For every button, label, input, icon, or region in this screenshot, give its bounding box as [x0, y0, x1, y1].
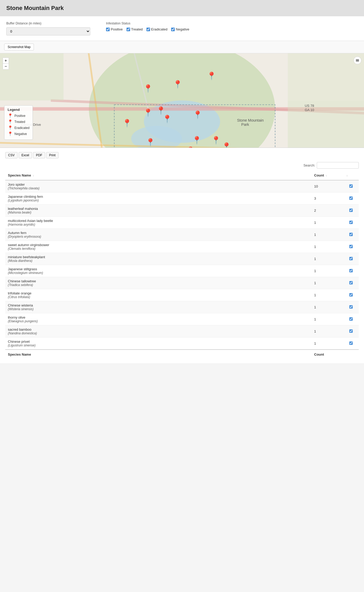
species-cell: multicolored Asian lady beetle(Harmonia …	[5, 217, 312, 229]
row-checkbox[interactable]	[349, 329, 353, 333]
legend-positive-label: Positive	[14, 114, 25, 118]
table-row: Chinese privet(Ligustrum sinense)1	[5, 337, 359, 350]
legend-eradicated-icon: 📍	[8, 125, 13, 130]
sort-icon-checkbox: ↕	[346, 174, 348, 177]
checkbox-treated-label: Treated	[131, 27, 143, 31]
checkbox-treated[interactable]: Treated	[126, 27, 143, 31]
print-button[interactable]: Print	[46, 152, 59, 158]
checkbox-eradicated[interactable]: Eradicated	[146, 27, 167, 31]
table-header-row: Species Name ↕ Count ↕ ↕	[5, 171, 359, 180]
search-label: Search:	[303, 163, 315, 167]
species-cell: sacred bamboo(Nandina domestica)	[5, 325, 312, 337]
svg-text:📍: 📍	[156, 106, 166, 115]
row-checkbox[interactable]	[349, 269, 353, 272]
column-species-name[interactable]: Species Name ↕	[5, 171, 312, 180]
sort-icon-species: ↕	[33, 174, 34, 177]
screenshot-btn-row: Screenshot Map	[0, 41, 364, 53]
count-cell: 1	[312, 313, 343, 325]
checkbox-positive[interactable]: Positive	[106, 27, 123, 31]
pdf-button[interactable]: PDF	[33, 152, 45, 158]
row-checkbox-cell	[343, 325, 359, 337]
svg-rect-36	[356, 60, 359, 61]
buffer-label: Buffer Distance (in miles)	[6, 22, 90, 25]
controls-row: Buffer Distance (in miles) 0 1 5 10 Infe…	[6, 22, 358, 35]
row-checkbox-cell	[343, 229, 359, 241]
zoom-out-button[interactable]: −	[3, 64, 9, 69]
svg-rect-12	[288, 101, 364, 148]
table-row: Japanese climbing fern(Lygodium japonicu…	[5, 193, 359, 205]
export-buttons-row: CSV Excel PDF Print	[5, 152, 359, 158]
column-count[interactable]: Count ↕	[312, 171, 343, 180]
count-cell: 1	[312, 277, 343, 289]
count-cell: 1	[312, 217, 343, 229]
row-checkbox[interactable]	[349, 184, 353, 188]
legend-title: Legend	[8, 108, 29, 112]
svg-text:📍: 📍	[186, 146, 196, 148]
table-row: Chinese wisteria(Wisteria sinensis)1	[5, 301, 359, 313]
page-header: Stone Mountain Park	[0, 0, 364, 16]
svg-text:📍: 📍	[192, 136, 202, 145]
checkbox-negative[interactable]: Negative	[171, 27, 189, 31]
count-cell: 1	[312, 325, 343, 337]
species-cell: Japanese stiltgrass(Microstegium vimineu…	[5, 265, 312, 277]
page-title: Stone Mountain Park	[6, 5, 358, 12]
svg-text:📍: 📍	[207, 71, 217, 81]
search-input[interactable]	[317, 162, 359, 169]
table-row: Japanese stiltgrass(Microstegium vimineu…	[5, 265, 359, 277]
checkbox-eradicated-input[interactable]	[146, 28, 150, 31]
species-cell: thorny olive(Elaeagnus pungens)	[5, 313, 312, 325]
count-cell: 1	[312, 253, 343, 265]
column-checkbox[interactable]: ↕	[343, 171, 359, 180]
row-checkbox-cell	[343, 205, 359, 217]
row-checkbox[interactable]	[349, 293, 353, 297]
checkbox-treated-input[interactable]	[126, 28, 130, 31]
row-checkbox[interactable]	[349, 257, 353, 260]
row-checkbox-cell	[343, 277, 359, 289]
row-checkbox[interactable]	[349, 245, 353, 248]
legend-treated: 📍 Treated	[8, 119, 29, 124]
checkbox-negative-input[interactable]	[171, 28, 175, 31]
row-checkbox-cell	[343, 265, 359, 277]
checkbox-positive-input[interactable]	[106, 28, 110, 31]
table-row: leatherleaf mahonia(Mahonia bealei)2	[5, 205, 359, 217]
svg-text:📍: 📍	[222, 142, 231, 148]
table-row: sweet autumn virginsbower(Clematis terni…	[5, 241, 359, 253]
map-layers-button[interactable]	[354, 56, 361, 64]
table-row: trifoliate orange(Citrus trifoliata)1	[5, 289, 359, 301]
footer-checkbox	[343, 350, 359, 359]
count-cell: 1	[312, 265, 343, 277]
svg-rect-37	[356, 61, 359, 61]
row-checkbox[interactable]	[349, 341, 353, 345]
table-body: Joro spider(Trichonephila clavata)10Japa…	[5, 180, 359, 350]
footer-count: Count	[312, 350, 343, 359]
row-checkbox[interactable]	[349, 196, 353, 200]
row-checkbox[interactable]	[349, 317, 353, 321]
zoom-in-button[interactable]: +	[3, 58, 9, 64]
table-footer-row: Species Name Count	[5, 350, 359, 359]
svg-text:📍: 📍	[143, 84, 153, 93]
species-cell: Japanese climbing fern(Lygodium japonicu…	[5, 193, 312, 205]
species-cell: Chinese wisteria(Wisteria sinensis)	[5, 301, 312, 313]
row-checkbox[interactable]	[349, 221, 353, 224]
svg-text:📍: 📍	[211, 136, 221, 145]
count-cell: 2	[312, 205, 343, 217]
csv-button[interactable]: CSV	[5, 152, 18, 158]
legend-negative-icon: 📍	[8, 131, 13, 136]
buffer-distance-select[interactable]: 0 1 5 10	[6, 27, 90, 35]
count-cell: 1	[312, 241, 343, 253]
map-zoom-controls: + −	[3, 58, 9, 70]
excel-button[interactable]: Excel	[19, 152, 32, 158]
sort-icon-count: ↕	[326, 174, 327, 177]
svg-text:US 78: US 78	[305, 104, 314, 108]
legend-positive-icon: 📍	[8, 113, 13, 118]
screenshot-map-button[interactable]: Screenshot Map	[4, 44, 34, 50]
map-legend: Legend 📍 Positive 📍 Treated 📍 Eradicated…	[4, 105, 33, 140]
svg-text:📍: 📍	[173, 80, 183, 89]
infestation-label: Infestation Status	[106, 22, 189, 25]
row-checkbox[interactable]	[349, 209, 353, 212]
svg-text:📍: 📍	[122, 119, 132, 128]
row-checkbox[interactable]	[349, 281, 353, 284]
legend-negative: 📍 Negative	[8, 131, 29, 136]
row-checkbox[interactable]	[349, 233, 353, 236]
row-checkbox[interactable]	[349, 305, 353, 309]
